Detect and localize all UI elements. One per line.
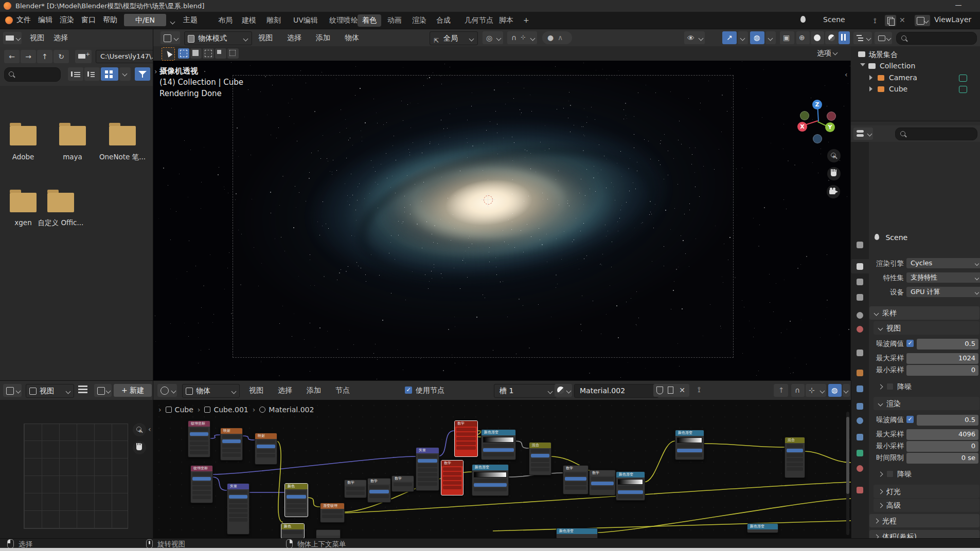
editor-type-outliner-icon[interactable] xyxy=(853,32,872,44)
node-row[interactable] xyxy=(229,518,247,522)
node-row[interactable] xyxy=(591,477,614,481)
shader-type-dropdown[interactable]: 物体 xyxy=(182,384,240,398)
object-data-icon[interactable] xyxy=(959,75,967,82)
language-toggle-button[interactable]: 中/EN xyxy=(124,14,166,26)
node-row[interactable] xyxy=(369,494,389,498)
gizmo-axis-Z[interactable]: Z xyxy=(812,100,822,109)
panel-高级[interactable]: 高级 xyxy=(874,499,979,512)
properties-search-input[interactable] xyxy=(895,127,977,140)
node-row[interactable] xyxy=(257,449,275,453)
editor-type-image-icon[interactable] xyxy=(3,384,22,397)
workspace-tab-布局[interactable]: 布局 xyxy=(213,14,237,27)
path-field[interactable]: C:\Users\ly147\... xyxy=(96,50,154,63)
node-row[interactable] xyxy=(787,467,803,471)
breadcrumb-item[interactable]: ›Cube xyxy=(158,406,193,414)
node-row[interactable] xyxy=(456,446,476,450)
pivot-point-dropdown[interactable]: ◎ xyxy=(483,31,503,44)
properties-tab-scene[interactable] xyxy=(851,308,869,322)
node-row[interactable] xyxy=(531,454,549,457)
node-snap-magnet-icon[interactable]: ∩ xyxy=(791,384,805,397)
shader-node-数学[interactable]: 数学 xyxy=(441,460,464,495)
unlink-material-icon[interactable]: ✕ xyxy=(679,386,685,394)
folder-label[interactable]: 自定义 Offic... xyxy=(32,218,89,228)
folder-icon[interactable] xyxy=(59,126,86,145)
node-row[interactable] xyxy=(483,444,514,447)
node-row[interactable] xyxy=(565,472,586,476)
node-row[interactable] xyxy=(369,485,389,489)
node-snap-target-dropdown[interactable]: ⊹ xyxy=(806,384,826,397)
node-row[interactable] xyxy=(618,486,643,489)
viewport-menu-添加[interactable]: 添加 xyxy=(316,33,330,43)
gizmo-dropdown[interactable] xyxy=(738,31,748,44)
file-browser-menu-选择[interactable]: 选择 xyxy=(54,33,68,43)
prop-value-最小采样[interactable]: 0 xyxy=(906,365,978,376)
shader-node-颜色渐变[interactable]: 颜色渐变 xyxy=(747,523,778,533)
node-row[interactable] xyxy=(443,481,461,485)
color-ramp-gradient[interactable] xyxy=(677,437,702,443)
node-row[interactable] xyxy=(418,473,437,476)
properties-tab-material[interactable] xyxy=(851,461,869,475)
node-row[interactable] xyxy=(456,432,476,436)
shader-node-颜色[interactable]: 颜色 xyxy=(284,483,308,517)
node-row[interactable] xyxy=(190,437,208,440)
select-mode-set-icon[interactable] xyxy=(178,48,189,59)
menu-theme[interactable]: 主题 xyxy=(183,15,198,25)
node-row[interactable] xyxy=(474,488,507,491)
editor-type-properties-icon[interactable] xyxy=(853,127,873,140)
properties-tab-texture[interactable] xyxy=(851,483,869,497)
prop-checkbox[interactable]: ✓ xyxy=(906,340,914,347)
shader-node-矢量[interactable]: 矢量 xyxy=(227,483,250,535)
parent-dir-button[interactable]: ↑ xyxy=(37,50,52,63)
node-row[interactable] xyxy=(787,458,803,462)
node-row[interactable] xyxy=(531,458,549,462)
node-row[interactable] xyxy=(222,435,241,438)
workspace-tab-纹理喷绘[interactable]: 纹理喷绘 xyxy=(325,14,363,27)
node-row[interactable] xyxy=(222,439,241,443)
tool-options-dropdown[interactable]: 选项 xyxy=(817,49,837,58)
node-row[interactable] xyxy=(190,446,208,450)
node-row[interactable] xyxy=(591,482,614,485)
pan-hand-button[interactable] xyxy=(133,441,146,454)
view-thumbnails-icon[interactable] xyxy=(101,67,118,81)
prop-checkbox[interactable]: ✓ xyxy=(906,416,914,423)
prop-value-噪波阈值[interactable]: 0.5 xyxy=(917,339,978,350)
node-row[interactable] xyxy=(346,487,365,490)
node-row[interactable] xyxy=(257,454,275,457)
scene-icon[interactable] xyxy=(800,16,810,25)
workspace-tab-脚本[interactable]: 脚本 xyxy=(494,14,518,27)
shader-node-纹理坐标[interactable]: 纹理坐标 xyxy=(190,465,213,503)
folder-icon[interactable] xyxy=(47,193,74,212)
shader-node-颜色渐变[interactable]: 颜色渐变 xyxy=(472,464,509,496)
editor-type-file-browser-icon[interactable] xyxy=(3,32,22,44)
panel-灯光[interactable]: 灯光 xyxy=(874,485,979,498)
node-row[interactable] xyxy=(346,491,365,495)
denoise-checkbox[interactable] xyxy=(886,470,894,477)
view-vertical-list-icon[interactable] xyxy=(68,67,83,81)
properties-breadcrumb[interactable]: Scene xyxy=(875,233,907,242)
gizmo-axis-X[interactable]: X xyxy=(797,122,807,132)
node-row[interactable] xyxy=(192,477,211,481)
scene-name[interactable]: Scene xyxy=(823,15,845,24)
image-view-menu[interactable]: 视图 xyxy=(26,384,74,398)
expand-arrow-icon[interactable] xyxy=(860,63,865,66)
node-row[interactable] xyxy=(787,463,803,466)
outliner-item-Collection[interactable]: Collection xyxy=(867,62,980,72)
prop-value-时间限制[interactable]: 0 se xyxy=(906,453,978,464)
shader-node-混合[interactable]: 混合 xyxy=(785,437,805,478)
viewlayer-name[interactable]: ViewLayer xyxy=(934,15,971,24)
fake-user-shield-icon[interactable] xyxy=(656,387,663,394)
workspace-tab-几何节点[interactable]: 几何节点 xyxy=(460,14,498,27)
gizmo-axis-negative[interactable] xyxy=(827,112,836,121)
material-name-field[interactable]: Material.002 xyxy=(574,384,658,398)
node-row[interactable] xyxy=(443,476,461,480)
prop-value-最大采样[interactable]: 4096 xyxy=(906,429,978,440)
node-row[interactable] xyxy=(229,513,247,517)
outliner-item-label[interactable]: Camera xyxy=(889,74,917,82)
node-row[interactable] xyxy=(418,482,437,486)
shader-node-数学[interactable]: 数学 xyxy=(367,478,391,503)
theme-dropdown-icon[interactable] xyxy=(171,18,174,26)
node-row[interactable] xyxy=(456,442,476,445)
prop-value-最小采样[interactable]: 0 xyxy=(906,441,978,452)
node-row[interactable] xyxy=(229,495,247,499)
scene-collection-row[interactable]: 场景集合 xyxy=(858,50,898,60)
